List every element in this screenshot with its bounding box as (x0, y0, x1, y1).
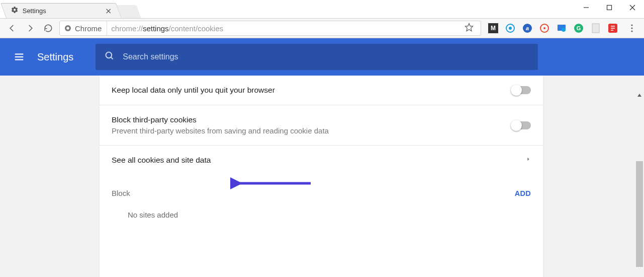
svg-point-21 (631, 24, 632, 26)
svg-marker-8 (466, 24, 473, 31)
add-block-button[interactable]: ADD (515, 189, 531, 197)
svg-point-23 (631, 30, 632, 32)
cookies-settings-panel: Keep local data only until you quit your… (100, 76, 543, 277)
gear-icon (11, 6, 19, 16)
menu-icon[interactable] (13, 51, 25, 63)
svg-rect-19 (592, 24, 599, 33)
tab-strip: Settings (0, 0, 644, 18)
block-section-header: Block ADD (100, 175, 543, 200)
svg-rect-1 (607, 6, 612, 10)
settings-search-input[interactable] (123, 52, 529, 61)
chrome-page-icon (64, 24, 72, 32)
search-icon (105, 51, 115, 63)
address-bar[interactable]: Chrome chrome://settings/content/cookies (59, 21, 481, 36)
svg-point-10 (509, 27, 512, 30)
window-controls (575, 0, 644, 15)
forward-button[interactable] (23, 21, 37, 35)
extension-icon-5[interactable] (557, 23, 567, 33)
extension-icons: M a G (485, 23, 621, 33)
svg-marker-29 (527, 158, 529, 161)
extension-icon-1[interactable]: M (488, 23, 498, 33)
settings-header: Settings (0, 38, 644, 76)
svg-point-27 (106, 52, 112, 58)
extension-icon-4[interactable] (539, 23, 549, 33)
settings-title: Settings (37, 51, 73, 63)
svg-text:G: G (577, 25, 581, 31)
svg-point-22 (631, 27, 632, 29)
row-block-third-party: Block third-party cookies Prevent third-… (100, 105, 543, 146)
site-info-label: Chrome (75, 24, 102, 33)
extension-icon-3[interactable]: a (522, 23, 532, 33)
browser-toolbar: Chrome chrome://settings/content/cookies… (0, 18, 644, 38)
tab-close-icon[interactable] (106, 8, 112, 14)
new-tab-button[interactable] (116, 5, 141, 18)
svg-point-16 (562, 28, 566, 32)
tab-settings[interactable]: Settings (1, 3, 122, 18)
scrollbar-up-icon[interactable] (636, 92, 643, 99)
page-scrollbar-thumb[interactable] (636, 161, 643, 267)
site-info[interactable]: Chrome (64, 21, 107, 35)
settings-search[interactable] (96, 44, 538, 70)
block-section-label: Block (112, 189, 130, 197)
svg-point-7 (66, 27, 69, 29)
svg-point-14 (543, 27, 545, 29)
back-button[interactable] (5, 21, 19, 35)
window-minimize-button[interactable] (575, 0, 598, 15)
svg-marker-31 (637, 94, 641, 97)
toggle-keep-local-data[interactable] (512, 86, 531, 94)
reload-button[interactable] (41, 21, 55, 35)
row-see-all-cookies-title: See all cookies and site data (112, 156, 526, 165)
window-close-button[interactable] (621, 0, 644, 15)
row-keep-local-data-title: Keep local data only until you quit your… (112, 86, 512, 95)
toggle-block-third-party[interactable] (512, 121, 531, 129)
block-section-empty: No sites added (100, 200, 543, 229)
row-keep-local-data: Keep local data only until you quit your… (100, 76, 543, 105)
url-text: chrome://settings/content/cookies (111, 24, 457, 33)
tab-title: Settings (23, 7, 102, 15)
extension-icon-7[interactable] (591, 23, 601, 33)
row-block-third-party-title: Block third-party cookies (112, 115, 512, 124)
extension-icon-6[interactable]: G (574, 23, 584, 33)
chevron-right-icon (526, 156, 531, 165)
browser-menu-button[interactable] (625, 24, 639, 32)
svg-text:a: a (526, 25, 529, 31)
extension-icon-2[interactable] (505, 23, 515, 33)
bookmark-star-icon[interactable] (462, 23, 477, 34)
row-block-third-party-sub: Prevent third-party websites from saving… (112, 126, 512, 135)
extension-icon-8[interactable] (608, 23, 618, 33)
svg-line-28 (111, 57, 113, 59)
window-maximize-button[interactable] (598, 0, 621, 15)
settings-content: Keep local data only until you quit your… (0, 76, 644, 277)
row-see-all-cookies[interactable]: See all cookies and site data (100, 146, 543, 175)
